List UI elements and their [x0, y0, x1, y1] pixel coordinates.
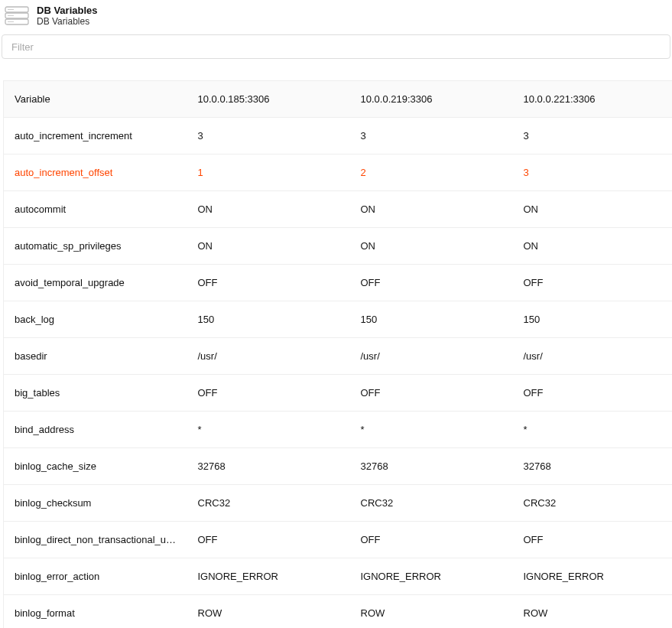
variables-table: Variable 10.0.0.185:3306 10.0.0.219:3306… — [3, 80, 672, 628]
variable-value-cell: 150 — [187, 301, 350, 338]
variable-name-cell: automatic_sp_privileges — [4, 228, 187, 265]
table-row[interactable]: auto_increment_offset123 — [4, 155, 673, 191]
variable-value-cell: OFF — [513, 375, 673, 412]
variable-name-cell: back_log — [4, 301, 187, 338]
variable-value-cell: IGNORE_ERROR — [187, 558, 350, 595]
variable-value-cell: 2 — [350, 155, 513, 191]
table-row[interactable]: basedir/usr//usr//usr/ — [4, 338, 673, 375]
col-header-host-2[interactable]: 10.0.0.221:3306 — [513, 81, 673, 118]
col-header-host-0[interactable]: 10.0.0.185:3306 — [187, 81, 350, 118]
variable-value-cell: ON — [350, 228, 513, 265]
table-header-row: Variable 10.0.0.185:3306 10.0.0.219:3306… — [4, 81, 673, 118]
variable-name-cell: binlog_format — [4, 595, 187, 629]
header-text: DB Variables DB Variables — [37, 5, 98, 27]
variable-name-cell: big_tables — [4, 375, 187, 412]
variable-value-cell: IGNORE_ERROR — [350, 558, 513, 595]
col-header-host-1[interactable]: 10.0.0.219:3306 — [350, 81, 513, 118]
page-header: DB Variables DB Variables — [0, 0, 672, 31]
variable-value-cell: 32768 — [187, 448, 350, 485]
variable-value-cell: ON — [187, 191, 350, 228]
variable-value-cell: OFF — [350, 265, 513, 301]
variable-name-cell: binlog_cache_size — [4, 448, 187, 485]
variable-value-cell: ROW — [350, 595, 513, 629]
variable-value-cell: ON — [187, 228, 350, 265]
database-stack-icon — [5, 6, 29, 26]
variable-value-cell: OFF — [187, 522, 350, 558]
variable-value-cell: ON — [513, 191, 673, 228]
table-row[interactable]: binlog_cache_size327683276832768 — [4, 448, 673, 485]
variable-value-cell: 150 — [513, 301, 673, 338]
variable-name-cell: binlog_error_action — [4, 558, 187, 595]
variable-value-cell: 3 — [350, 118, 513, 155]
variable-value-cell: CRC32 — [187, 485, 350, 522]
page-title: DB Variables — [37, 5, 98, 16]
col-header-variable[interactable]: Variable — [4, 81, 187, 118]
variable-value-cell: 150 — [350, 301, 513, 338]
table-row[interactable]: binlog_formatROWROWROW — [4, 595, 673, 629]
variable-value-cell: ROW — [187, 595, 350, 629]
table-row[interactable]: binlog_error_actionIGNORE_ERRORIGNORE_ER… — [4, 558, 673, 595]
variable-name-cell: avoid_temporal_upgrade — [4, 265, 187, 301]
variable-name-cell: binlog_checksum — [4, 485, 187, 522]
variable-value-cell: /usr/ — [187, 338, 350, 375]
variable-value-cell: 3 — [513, 155, 673, 191]
table-row[interactable]: avoid_temporal_upgradeOFFOFFOFF — [4, 265, 673, 301]
variable-value-cell: CRC32 — [350, 485, 513, 522]
table-row[interactable]: auto_increment_increment333 — [4, 118, 673, 155]
variable-value-cell: OFF — [513, 522, 673, 558]
filter-input[interactable] — [2, 34, 670, 59]
variable-value-cell: * — [513, 412, 673, 448]
variable-value-cell: OFF — [350, 375, 513, 412]
table-row[interactable]: back_log150150150 — [4, 301, 673, 338]
variable-value-cell: 32768 — [350, 448, 513, 485]
variable-value-cell: OFF — [187, 265, 350, 301]
variable-name-cell: binlog_direct_non_transactional_updates — [4, 522, 187, 558]
variable-value-cell: OFF — [513, 265, 673, 301]
variable-name-cell: auto_increment_increment — [4, 118, 187, 155]
variable-value-cell: * — [187, 412, 350, 448]
variable-value-cell: CRC32 — [513, 485, 673, 522]
table-row[interactable]: big_tablesOFFOFFOFF — [4, 375, 673, 412]
variable-value-cell: 1 — [187, 155, 350, 191]
table-row[interactable]: binlog_checksumCRC32CRC32CRC32 — [4, 485, 673, 522]
variable-value-cell: ROW — [513, 595, 673, 629]
variable-value-cell: OFF — [187, 375, 350, 412]
variable-name-cell: bind_address — [4, 412, 187, 448]
variable-value-cell: 3 — [187, 118, 350, 155]
filter-container — [0, 31, 672, 65]
table-row[interactable]: autocommitONONON — [4, 191, 673, 228]
table-row[interactable]: automatic_sp_privilegesONONON — [4, 228, 673, 265]
variable-value-cell: 3 — [513, 118, 673, 155]
variable-name-cell: basedir — [4, 338, 187, 375]
variable-value-cell: OFF — [350, 522, 513, 558]
page-subtitle: DB Variables — [37, 16, 98, 27]
variable-value-cell: IGNORE_ERROR — [513, 558, 673, 595]
table-row[interactable]: binlog_direct_non_transactional_updatesO… — [4, 522, 673, 558]
variable-name-cell: autocommit — [4, 191, 187, 228]
variable-value-cell: /usr/ — [513, 338, 673, 375]
variables-table-body: auto_increment_increment333auto_incremen… — [4, 118, 673, 629]
variable-value-cell: /usr/ — [350, 338, 513, 375]
variable-value-cell: ON — [513, 228, 673, 265]
table-row[interactable]: bind_address*** — [4, 412, 673, 448]
variable-value-cell: * — [350, 412, 513, 448]
variable-name-cell: auto_increment_offset — [4, 155, 187, 191]
variables-table-container: Variable 10.0.0.185:3306 10.0.0.219:3306… — [0, 65, 672, 628]
variable-value-cell: 32768 — [513, 448, 673, 485]
variable-value-cell: ON — [350, 191, 513, 228]
